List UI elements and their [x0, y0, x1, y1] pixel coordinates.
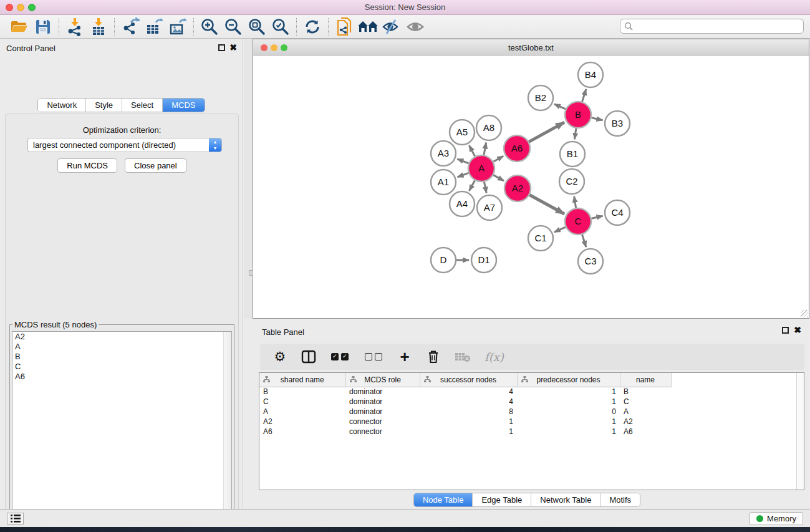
- table-cell[interactable]: C: [620, 397, 671, 407]
- table-cell[interactable]: A6: [259, 427, 345, 437]
- import-table-button[interactable]: [87, 17, 110, 37]
- graph-node-A8[interactable]: A8: [476, 115, 501, 140]
- network-window-titlebar[interactable]: testGlobe.txt: [253, 39, 809, 56]
- deselect-all-checkboxes-icon[interactable]: [364, 349, 383, 365]
- graph-node-C1[interactable]: C1: [528, 226, 553, 251]
- graph-edge-A2-C[interactable]: [529, 195, 564, 214]
- table-row[interactable]: A6connector11A6: [259, 427, 671, 437]
- zoom-in-button[interactable]: [198, 17, 221, 37]
- tab-network-table[interactable]: Network Table: [531, 493, 600, 506]
- graph-node-A5[interactable]: A5: [450, 120, 475, 145]
- graph-edge-B-B1[interactable]: [574, 128, 576, 139]
- export-network-button[interactable]: [118, 17, 142, 37]
- table-cell[interactable]: 4: [420, 387, 517, 397]
- open-session-button[interactable]: [7, 17, 31, 37]
- column-header-MCDS-role[interactable]: MCDS role: [345, 373, 420, 387]
- table-cell[interactable]: A2: [259, 417, 345, 427]
- table-scrollbar[interactable]: [796, 373, 804, 490]
- criterion-select[interactable]: largest connected component (directed) ▲…: [27, 138, 222, 152]
- table-cell[interactable]: dominator: [345, 387, 420, 397]
- table-cell[interactable]: 1: [420, 427, 517, 437]
- graph-node-A6[interactable]: A6: [504, 135, 530, 162]
- table-settings-icon[interactable]: ⚙: [272, 349, 287, 365]
- vertical-splitter-handle[interactable]: [249, 270, 253, 276]
- graph-node-B4[interactable]: B4: [578, 62, 603, 87]
- graph-edge-C-C2[interactable]: [574, 196, 576, 208]
- table-cell[interactable]: dominator: [345, 407, 420, 417]
- window-resize-grip-icon[interactable]: [801, 310, 808, 317]
- search-input[interactable]: [634, 22, 803, 31]
- graph-edge-C-C3[interactable]: [582, 235, 586, 247]
- graph-edge-A6-B[interactable]: [529, 122, 564, 142]
- zoom-selected-button[interactable]: [269, 17, 292, 37]
- float-panel-icon[interactable]: [218, 44, 225, 51]
- table-cell[interactable]: 1: [517, 427, 620, 437]
- table-row[interactable]: Bdominator41B: [259, 387, 671, 397]
- tab-mcds[interactable]: MCDS: [163, 99, 204, 112]
- select-all-checkboxes-icon[interactable]: [330, 349, 350, 365]
- mcds-result-item[interactable]: A2: [12, 332, 231, 342]
- task-history-button[interactable]: [7, 513, 24, 525]
- table-cell[interactable]: 4: [420, 397, 517, 407]
- column-header-successor-nodes[interactable]: successor nodes: [420, 373, 517, 387]
- run-mcds-button[interactable]: Run MCDS: [57, 158, 117, 173]
- graph-node-C[interactable]: C: [565, 208, 591, 235]
- tab-style[interactable]: Style: [86, 99, 122, 112]
- graph-node-B3[interactable]: B3: [605, 111, 630, 136]
- close-panel-button[interactable]: Close panel: [125, 158, 186, 173]
- node-table-grid[interactable]: shared nameMCDS rolesuccessor nodesprede…: [259, 373, 672, 437]
- split-columns-icon[interactable]: [301, 349, 316, 365]
- graph-node-A3[interactable]: A3: [431, 141, 456, 166]
- graph-edge-C-C4[interactable]: [591, 216, 602, 218]
- table-cell[interactable]: dominator: [345, 397, 420, 407]
- hide-selected-button[interactable]: [380, 17, 403, 37]
- graph-node-A1[interactable]: A1: [431, 170, 456, 195]
- graph-node-B2[interactable]: B2: [528, 85, 553, 110]
- table-cell[interactable]: B: [259, 387, 345, 397]
- graph-edge-A-A2[interactable]: [493, 175, 504, 181]
- new-network-from-selection-button[interactable]: [332, 17, 356, 37]
- graph-node-D[interactable]: D: [431, 248, 456, 273]
- list-scrollbar[interactable]: [223, 332, 231, 532]
- graph-edge-B-B4[interactable]: [582, 89, 586, 102]
- table-close-panel-icon[interactable]: ✖: [794, 325, 801, 335]
- tab-select[interactable]: Select: [122, 99, 163, 112]
- table-cell[interactable]: 1: [517, 397, 620, 407]
- graph-edge-A-A1[interactable]: [458, 173, 469, 177]
- network-canvas[interactable]: AA1A2A3A4A5A6A7A8BB1B2B3B4CC1C2C3C4DD1: [253, 56, 809, 318]
- table-cell[interactable]: connector: [345, 417, 420, 427]
- graph-edge-C-C1[interactable]: [554, 227, 566, 232]
- graph-edge-A-A5[interactable]: [469, 145, 475, 156]
- refresh-button[interactable]: [301, 17, 324, 37]
- column-header-predecessor-nodes[interactable]: predecessor nodes: [517, 373, 620, 387]
- graph-edge-A-A7[interactable]: [484, 182, 486, 193]
- zoom-fit-button[interactable]: [245, 17, 269, 37]
- tab-network[interactable]: Network: [38, 99, 86, 112]
- table-row[interactable]: A2connector11A2: [259, 417, 671, 427]
- export-table-button[interactable]: [142, 17, 166, 37]
- graph-node-A7[interactable]: A7: [477, 195, 502, 220]
- table-cell[interactable]: B: [620, 387, 671, 397]
- table-cell[interactable]: 8: [420, 407, 517, 417]
- graph-node-B[interactable]: B: [565, 102, 591, 128]
- graph-node-C4[interactable]: C4: [605, 200, 630, 225]
- graph-node-B1[interactable]: B1: [560, 142, 585, 167]
- table-row[interactable]: Adominator80A: [259, 407, 671, 417]
- table-cell[interactable]: connector: [345, 427, 420, 437]
- graph-node-A[interactable]: A: [468, 155, 494, 181]
- graph-node-A4[interactable]: A4: [450, 191, 475, 216]
- tab-node-table[interactable]: Node Table: [414, 493, 473, 506]
- table-cell[interactable]: 1: [517, 417, 620, 427]
- add-column-icon[interactable]: +: [397, 349, 412, 365]
- mcds-result-list[interactable]: A2ABCA6: [12, 331, 232, 532]
- tab-motifs[interactable]: Motifs: [600, 493, 640, 506]
- graph-edge-B-B3[interactable]: [591, 118, 602, 120]
- graph-edge-A-A3[interactable]: [457, 159, 468, 163]
- graph-edge-B-B2[interactable]: [554, 104, 566, 109]
- table-cell[interactable]: 1: [420, 417, 517, 427]
- graph-node-D1[interactable]: D1: [471, 248, 496, 273]
- table-cell[interactable]: 1: [517, 387, 620, 397]
- graph-edge-A-A8[interactable]: [484, 143, 486, 155]
- graph-node-C3[interactable]: C3: [578, 249, 603, 274]
- mcds-result-item[interactable]: C: [12, 362, 231, 372]
